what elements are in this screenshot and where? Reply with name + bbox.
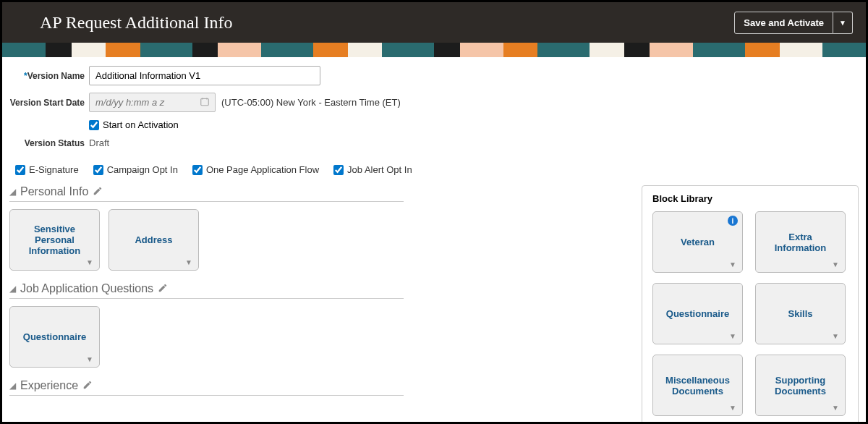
- collapse-icon[interactable]: ◢: [9, 381, 16, 391]
- chevron-down-icon[interactable]: ▼: [832, 332, 839, 340]
- misc-docs-library-block[interactable]: Miscellaneous Documents ▼: [652, 355, 743, 416]
- block-label: Veteran: [681, 237, 715, 247]
- svg-rect-0: [201, 98, 209, 105]
- address-block[interactable]: Address ▼: [109, 209, 199, 271]
- extra-info-library-block[interactable]: Extra Information ▼: [755, 211, 846, 273]
- library-grid: i Veteran ▼ Extra Information ▼ Question…: [652, 211, 848, 416]
- esignature-option[interactable]: E-Signature: [15, 164, 79, 175]
- options-row: E-Signature Campaign Opt In One Page App…: [15, 164, 859, 175]
- edit-icon[interactable]: [158, 283, 168, 295]
- esignature-checkbox[interactable]: [15, 165, 25, 175]
- job-questions-header[interactable]: ◢ Job Application Questions: [9, 282, 404, 299]
- calendar-icon[interactable]: [200, 96, 210, 109]
- chevron-down-icon[interactable]: ▼: [729, 332, 736, 340]
- chevron-down-icon[interactable]: ▼: [832, 260, 839, 268]
- job-alert-label: Job Alert Opt In: [347, 164, 412, 175]
- chevron-down-icon[interactable]: ▼: [729, 260, 736, 268]
- page-header: AP Request Additional Info Save and Acti…: [2, 2, 866, 43]
- supporting-docs-library-block[interactable]: Supporting Documents ▼: [755, 355, 846, 416]
- block-library-title: Block Library: [652, 193, 848, 204]
- page-title: AP Request Additional Info: [40, 13, 232, 33]
- block-library-panel: Block Library i Veteran ▼ Extra Informat…: [642, 185, 859, 424]
- one-page-label: One Page Application Flow: [206, 164, 319, 175]
- job-alert-checkbox[interactable]: [333, 165, 344, 175]
- one-page-option[interactable]: One Page Application Flow: [192, 164, 319, 175]
- version-status-value: Draft: [89, 137, 109, 148]
- block-label: Questionnaire: [666, 308, 729, 319]
- right-column: Block Library i Veteran ▼ Extra Informat…: [418, 185, 859, 424]
- chevron-down-icon[interactable]: ▼: [832, 404, 839, 412]
- campaign-opt-checkbox[interactable]: [93, 165, 103, 175]
- job-alert-option[interactable]: Job Alert Opt In: [333, 164, 412, 175]
- personal-info-section: ◢ Personal Info Sensitive Personal Infor…: [9, 185, 404, 271]
- esignature-label: E-Signature: [29, 164, 79, 175]
- save-dropdown-button[interactable]: ▼: [833, 12, 853, 34]
- chevron-down-icon[interactable]: ▼: [729, 404, 736, 412]
- edit-icon[interactable]: [82, 380, 93, 392]
- block-label: Address: [135, 234, 172, 245]
- block-label: Questionnaire: [23, 331, 86, 342]
- personal-info-header[interactable]: ◢ Personal Info: [9, 185, 404, 202]
- campaign-opt-label: Campaign Opt In: [107, 164, 178, 175]
- version-start-date-label: Version Start Date: [9, 98, 89, 108]
- edit-icon[interactable]: [93, 186, 103, 198]
- version-name-label: Version Name: [9, 71, 89, 81]
- version-status-label: Version Status: [9, 138, 89, 148]
- campaign-opt-option[interactable]: Campaign Opt In: [93, 164, 178, 175]
- form-area: Version Name Version Start Date (UTC-05:…: [2, 57, 866, 175]
- collapse-icon[interactable]: ◢: [9, 284, 16, 294]
- main-layout: ◢ Personal Info Sensitive Personal Infor…: [2, 185, 866, 424]
- experience-section: ◢ Experience: [9, 379, 404, 396]
- personal-info-title: Personal Info: [20, 185, 88, 198]
- left-column: ◢ Personal Info Sensitive Personal Infor…: [9, 185, 404, 424]
- block-label: Sensitive Personal Information: [16, 224, 93, 256]
- sensitive-personal-info-block[interactable]: Sensitive Personal Information ▼: [9, 209, 100, 271]
- chevron-down-icon[interactable]: ▼: [185, 258, 192, 266]
- header-actions: Save and Activate ▼: [734, 12, 853, 34]
- collapse-icon[interactable]: ◢: [9, 187, 16, 197]
- decorative-banner: [2, 43, 866, 57]
- chevron-down-icon[interactable]: ▼: [86, 355, 93, 363]
- timezone-text: (UTC-05:00) New York - Eastern Time (ET): [221, 97, 401, 108]
- info-icon[interactable]: i: [728, 216, 738, 226]
- experience-title: Experience: [20, 379, 78, 392]
- experience-header[interactable]: ◢ Experience: [9, 379, 404, 396]
- start-on-activation-label: Start on Activation: [103, 119, 179, 130]
- questionnaire-block[interactable]: Questionnaire ▼: [9, 306, 100, 368]
- save-activate-button[interactable]: Save and Activate: [734, 12, 833, 34]
- questionnaire-library-block[interactable]: Questionnaire ▼: [652, 283, 743, 344]
- block-label: Extra Information: [762, 232, 839, 253]
- veteran-library-block[interactable]: i Veteran ▼: [652, 211, 743, 273]
- one-page-checkbox[interactable]: [192, 165, 203, 175]
- block-label: Miscellaneous Documents: [659, 375, 736, 397]
- block-label: Supporting Documents: [762, 375, 839, 397]
- job-questions-section: ◢ Job Application Questions Questionnair…: [9, 282, 404, 368]
- start-on-activation-checkbox[interactable]: [89, 120, 99, 130]
- job-questions-title: Job Application Questions: [20, 282, 153, 295]
- chevron-down-icon[interactable]: ▼: [86, 258, 93, 266]
- version-start-date-input[interactable]: [89, 93, 216, 112]
- skills-library-block[interactable]: Skills ▼: [755, 283, 846, 344]
- block-label: Skills: [788, 308, 813, 319]
- version-name-input[interactable]: [89, 66, 320, 85]
